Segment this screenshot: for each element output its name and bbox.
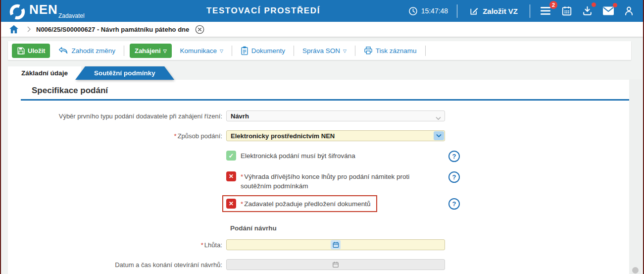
header-divider [530,4,530,18]
toolbar-divider [355,46,355,56]
help-icon[interactable]: ? [448,151,460,162]
person-icon [624,5,634,16]
scrollbar-thumb[interactable] [632,267,639,274]
clock-icon [408,6,418,16]
profile-button[interactable] [623,4,635,17]
messages-alert-dot [613,3,617,7]
printer-icon [364,46,373,55]
first-type-select[interactable]: Návrh [226,110,445,121]
header-divider [457,4,457,18]
form-row-first-type: Výběr prvního typu podání dodavatele při… [8,110,631,121]
method-select[interactable]: Elektronicky prostřednictvím NEN [226,130,445,141]
help-icon[interactable]: ? [448,198,460,210]
toolbar-divider [294,46,294,56]
reservation-label: *Výhrada dřívějšího konce lhůty pro podá… [241,171,441,191]
header-actions: 15:47:48 Založit VZ 2 [408,4,635,18]
home-icon [9,25,19,34]
environment-title: TESTOVACÍ PROSTŘEDÍ [206,6,320,16]
breadcrumb: N006/25/S00000627 - Návrh památníku páte… [1,22,643,37]
form-row-deadline: *Lhůta: [8,239,631,250]
form-row-requires-docs: ✕ *Zadavatel požaduje předložení dokumen… [8,195,631,212]
breadcrumb-separator-icon [27,26,31,32]
required-marker: * [174,132,177,140]
requires-docs-checkbox[interactable]: ✕ [226,199,236,209]
save-label: Uložit [28,47,45,55]
chevron-down-icon: ▽ [163,49,167,54]
tab-zakladni-udaje[interactable]: Základní údaje [8,66,81,80]
deadline-label: *Lhůta: [8,241,226,249]
chevron-down-icon: ▽ [220,49,223,54]
reservation-checkbox[interactable]: ✕ [226,171,236,181]
close-icon [195,25,204,34]
close-record-button[interactable] [195,25,204,34]
tasks-badge: 2 [549,1,557,9]
messages-button[interactable] [601,5,615,17]
clipboard-icon [241,46,248,55]
encrypted-label: Elektronická podání musí být šifrována [241,151,355,161]
discard-changes-label: Zahodit změny [71,47,115,55]
app-window: NEN Zadavatel TESTOVACÍ PROSTŘEDÍ 15:47:… [0,0,644,274]
brand-text: NEN [29,1,58,18]
inbox-download-button[interactable] [581,4,594,17]
calendar-icon [561,5,572,16]
start-dropdown-button[interactable]: Zahájeni ▽ [130,44,172,58]
section-title: Specifikace podání [21,80,631,101]
discard-changes-button[interactable]: Zahodit změny [55,46,118,55]
tab-content-panel: Specifikace podání Výběr prvního typu po… [8,80,631,274]
admin-son-dropdown-button[interactable]: Správa SON ▽ [299,47,349,55]
required-marker: * [241,173,243,180]
envelope-icon [602,6,614,16]
tab-soutezni-podminky[interactable]: Soutěžní podmínky [75,66,174,80]
first-type-label: Výběr prvního typu podání dodavatele při… [8,112,226,120]
first-type-value: Návrh [226,110,445,121]
create-vz-label: Založit VZ [483,7,518,15]
toolbar-divider [232,46,232,56]
admin-son-label: Správa SON [302,47,340,55]
deadline-input[interactable] [226,239,445,250]
cross-icon: ✕ [229,200,234,207]
record-tabs: Základní údaje Soutěžní podmínky [8,66,643,80]
calendar-menu-button[interactable] [560,4,573,17]
save-button[interactable]: Uložit [12,44,50,58]
required-marker: * [241,200,243,208]
toolbar-divider [425,46,426,56]
documents-label: Dokumenty [251,47,285,55]
session-clock: 15:47:48 [408,6,448,16]
nen-logo[interactable]: NEN Zadavatel [9,1,85,21]
calendar-icon [333,242,339,248]
validation-highlight-box: ✕ *Zadavatel požaduje předložení dokumen… [222,195,377,212]
record-breadcrumb-title[interactable]: N006/25/S00000627 - Návrh památníku páte… [36,26,189,33]
chevron-down-icon [436,113,441,122]
method-label: *Způsob podání: [8,132,226,140]
inbox-alert-dot [592,2,596,7]
print-record-button[interactable]: Tisk záznamu [361,46,420,55]
home-button[interactable] [9,25,19,34]
form-row-reservation: ✕ *Výhrada dřívějšího konce lhůty pro po… [8,171,631,191]
calendar-icon [333,262,339,268]
help-icon[interactable]: ? [448,171,460,183]
subsection-title: Podání návrhu [230,224,631,232]
method-value: Elektronicky prostřednictvím NEN [226,130,445,141]
download-tray-icon [582,5,593,16]
brand-subtitle: Zadavatel [58,12,85,19]
tasks-menu-button[interactable]: 2 [539,5,553,17]
check-icon: ✓ [229,152,234,160]
clock-time: 15:47:48 [421,7,448,15]
communication-label: Komunikace [180,47,217,55]
documents-button[interactable]: Dokumenty [238,46,288,56]
method-select-dropdown-button[interactable] [434,131,444,140]
form-row-method: *Způsob podání: Elektronicky prostřednic… [8,130,631,141]
chevron-down-icon [436,134,442,138]
encrypted-checkbox[interactable]: ✓ [226,151,236,161]
create-vz-button[interactable]: Založit VZ [466,5,521,16]
cross-icon: ✕ [229,173,234,180]
toolbar-divider [124,46,124,56]
communication-dropdown-button[interactable]: Komunikace ▽ [177,47,226,55]
deadline-datepicker-button[interactable] [331,240,341,250]
record-toolbar: Uložit Zahodit změny Zahájeni ▽ Komunika… [8,41,631,60]
print-record-label: Tisk záznamu [376,47,417,55]
opening-input [226,259,445,270]
opening-label: Datum a čas konání otevírání návrhů: [8,261,226,269]
start-label: Zahájeni [135,47,161,55]
vertical-scrollbar[interactable] [629,79,642,274]
